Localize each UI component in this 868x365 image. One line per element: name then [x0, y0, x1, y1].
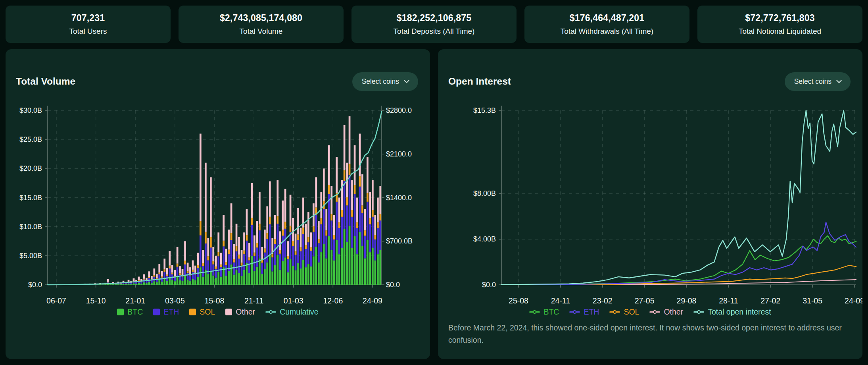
select-coins-label: Select coins: [794, 77, 832, 86]
svg-text:23-02: 23-02: [593, 296, 613, 305]
dashboard: 707,231 Total Users $2,743,085,174,080 T…: [0, 0, 868, 365]
legend-item-btc[interactable]: BTC: [529, 307, 559, 317]
svg-text:01-03: 01-03: [284, 296, 303, 305]
legend-label: SOL: [624, 307, 639, 317]
legend-swatch-total-open-interest: [693, 309, 704, 315]
svg-text:$2100.0: $2100.0: [386, 150, 412, 158]
open-interest-panel: Open Interest Select coins $15.3B$8.00B$…: [438, 49, 862, 359]
legend-swatch-sol: [609, 309, 620, 315]
svg-text:$25.0B: $25.0B: [19, 135, 42, 143]
svg-text:31-05: 31-05: [803, 296, 822, 305]
svg-text:$1400.0: $1400.0: [386, 194, 412, 202]
charts-row: Total Volume Select coins $30.0B$25.0B$2…: [6, 49, 862, 359]
svg-text:$15.0B: $15.0B: [19, 194, 42, 202]
legend-item-eth[interactable]: ETH: [153, 307, 179, 317]
series-line-btc: [501, 236, 856, 285]
legend-swatch-cumulative: [265, 309, 276, 315]
stat-label: Total Withdrawals (All Time): [561, 27, 653, 36]
stat-label: Total Notional Liquidated: [739, 27, 821, 36]
svg-text:21-11: 21-11: [244, 296, 263, 305]
panel-header: Open Interest Select coins: [448, 71, 851, 91]
legend-label: Total open interest: [708, 307, 771, 317]
legend-label: Other: [236, 307, 255, 317]
svg-text:06-07: 06-07: [46, 296, 66, 305]
legend-item-btc[interactable]: BTC: [117, 307, 143, 317]
svg-text:$20.0B: $20.0B: [19, 164, 42, 172]
legend-label: Other: [664, 307, 683, 317]
stat-card: $2,743,085,174,080 Total Volume: [179, 6, 344, 43]
legend-label: BTC: [127, 307, 143, 317]
select-coins-label: Select coins: [362, 77, 399, 86]
legend-swatch-other: [225, 309, 232, 315]
legend-item-other[interactable]: Other: [225, 307, 255, 317]
legend-swatch-sol: [189, 309, 196, 315]
legend-item-sol[interactable]: SOL: [609, 307, 639, 317]
svg-text:$0.0: $0.0: [482, 281, 496, 289]
legend-swatch-btc: [117, 309, 124, 315]
legend-item-eth[interactable]: ETH: [569, 307, 599, 317]
legend-item-cumulative[interactable]: Cumulative: [265, 307, 319, 317]
stat-value: $182,252,106,875: [397, 13, 472, 23]
svg-text:$2800.0: $2800.0: [386, 106, 412, 114]
stat-card: $72,772,761,803 Total Notional Liquidate…: [697, 6, 862, 43]
panel-header: Total Volume Select coins: [16, 71, 418, 91]
stat-value: $72,772,761,803: [745, 13, 815, 23]
stat-label: Total Users: [69, 27, 107, 36]
stat-label: Total Volume: [240, 27, 283, 36]
svg-text:$10.0B: $10.0B: [19, 223, 42, 231]
svg-text:12-06: 12-06: [323, 296, 343, 305]
svg-text:21-01: 21-01: [125, 296, 145, 305]
open-interest-legend: BTCETHSOLOtherTotal open interest: [438, 307, 862, 317]
chevron-down-icon: [404, 80, 409, 83]
svg-text:24-11: 24-11: [551, 296, 570, 305]
legend-label: Cumulative: [280, 307, 319, 317]
svg-text:15-08: 15-08: [205, 296, 225, 305]
svg-text:$30.0B: $30.0B: [19, 106, 42, 114]
svg-text:29-08: 29-08: [677, 296, 697, 305]
svg-text:24-09: 24-09: [363, 296, 382, 305]
stat-card: 707,231 Total Users: [6, 6, 171, 43]
legend-item-total-open-interest[interactable]: Total open interest: [693, 307, 771, 317]
stat-value: $2,743,085,174,080: [220, 13, 302, 23]
legend-swatch-eth: [569, 309, 580, 315]
stats-row: 707,231 Total Users $2,743,085,174,080 T…: [6, 6, 862, 43]
svg-text:15-10: 15-10: [86, 296, 106, 305]
svg-text:24-09: 24-09: [845, 296, 862, 305]
legend-swatch-btc: [529, 309, 540, 315]
select-coins-button[interactable]: Select coins: [352, 72, 418, 91]
chevron-down-icon: [836, 80, 842, 83]
legend-swatch-eth: [153, 309, 160, 315]
stat-label: Total Deposits (All Time): [394, 27, 475, 36]
stat-value: 707,231: [71, 13, 105, 23]
legend-item-other[interactable]: Other: [649, 307, 683, 317]
legend-swatch-other: [649, 309, 660, 315]
svg-text:25-08: 25-08: [509, 296, 528, 305]
svg-text:27-02: 27-02: [760, 296, 780, 305]
series-line-total-open-interest: [501, 110, 856, 284]
svg-text:$15.3B: $15.3B: [473, 106, 496, 114]
stat-value: $176,464,487,201: [570, 13, 645, 23]
stat-card: $182,252,106,875 Total Deposits (All Tim…: [351, 6, 517, 43]
svg-text:28-11: 28-11: [719, 296, 738, 305]
legend-label: ETH: [163, 307, 179, 317]
svg-text:$700.0B: $700.0B: [386, 237, 413, 245]
open-interest-note: Before March 22, 2024, this showed one-s…: [448, 322, 853, 346]
svg-text:$0.0: $0.0: [386, 281, 400, 289]
legend-label: ETH: [584, 307, 599, 317]
stat-card: $176,464,487,201 Total Withdrawals (All …: [524, 6, 689, 43]
total-volume-panel: Total Volume Select coins $30.0B$25.0B$2…: [6, 49, 430, 359]
axes: [499, 106, 856, 288]
svg-text:$5.00B: $5.00B: [19, 252, 42, 260]
svg-text:27-05: 27-05: [635, 296, 655, 305]
svg-text:$4.00B: $4.00B: [473, 235, 496, 243]
legend-label: BTC: [543, 307, 559, 317]
panel-title: Open Interest: [448, 76, 511, 87]
select-coins-button[interactable]: Select coins: [785, 72, 851, 91]
panel-title: Total Volume: [16, 76, 75, 87]
svg-text:$8.00B: $8.00B: [473, 189, 496, 197]
legend-item-sol[interactable]: SOL: [189, 307, 215, 317]
legend-label: SOL: [200, 307, 215, 317]
volume-legend: BTCETHSOLOtherCumulative: [6, 307, 430, 317]
svg-text:03-05: 03-05: [165, 296, 185, 305]
svg-text:$0.0: $0.0: [28, 281, 42, 289]
